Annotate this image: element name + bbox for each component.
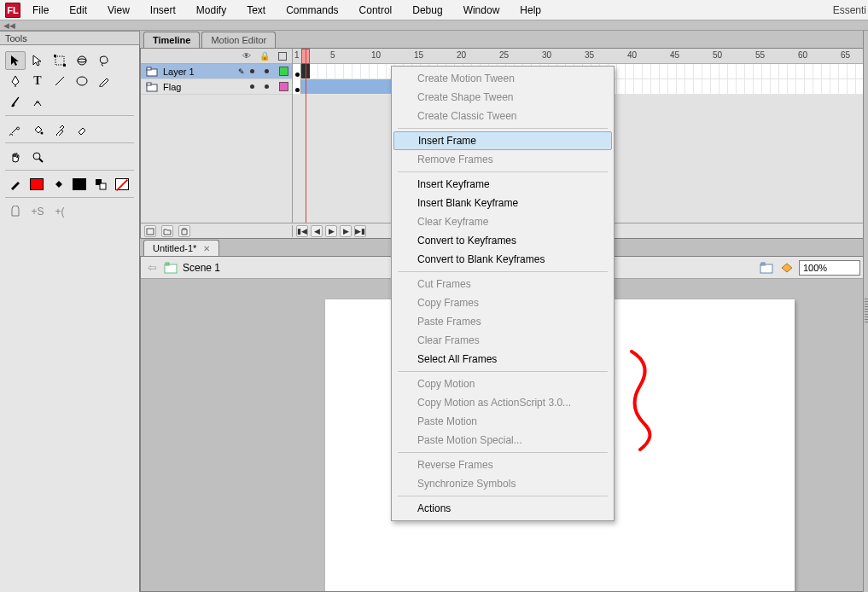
menu-file[interactable]: File <box>32 4 49 16</box>
layer-icon <box>146 82 158 92</box>
collapse-icon[interactable]: ◀◀ <box>3 21 15 30</box>
svg-rect-18 <box>166 263 169 265</box>
layer-visible-dot[interactable] <box>250 69 254 73</box>
menu-edit[interactable]: Edit <box>69 4 87 16</box>
scene-name[interactable]: Scene 1 <box>183 262 220 274</box>
frame-span[interactable] <box>293 79 395 94</box>
keyframe-1[interactable] <box>293 64 301 78</box>
menu-control[interactable]: Control <box>359 4 393 16</box>
right-splitter[interactable] <box>863 31 868 592</box>
tab-motion-editor[interactable]: Motion Editor <box>201 32 276 48</box>
workspace-switcher[interactable]: Essenti <box>833 4 866 16</box>
layer-name: Layer 1 <box>163 67 195 77</box>
first-frame-button[interactable]: ▮◀ <box>296 225 308 237</box>
last-frame-button[interactable]: ▶▮ <box>354 225 366 237</box>
ctx-item-create-shape-tween: Create Shape Tween <box>392 88 614 107</box>
stroke-color-swatch[interactable] <box>5 175 25 194</box>
no-color-icon[interactable] <box>113 175 132 194</box>
free-transform-tool[interactable] <box>50 51 70 70</box>
document-tab[interactable]: Untitled-1* ✕ <box>143 240 219 256</box>
frames-ruler[interactable]: 1 5 10 15 20 25 30 35 40 45 50 55 60 65 <box>293 49 867 64</box>
menu-debug[interactable]: Debug <box>412 4 442 16</box>
fill-color-value[interactable] <box>70 175 90 194</box>
tools-panel-header[interactable]: Tools <box>0 31 140 45</box>
3d-rotation-tool[interactable] <box>72 51 92 70</box>
lasso-tool[interactable] <box>94 51 114 70</box>
edit-symbols-icon[interactable] <box>780 262 794 274</box>
edit-scene-icon[interactable] <box>760 262 773 274</box>
menu-insert[interactable]: Insert <box>150 4 176 16</box>
subselection-tool[interactable] <box>27 51 48 70</box>
ctx-item-select-all-frames[interactable]: Select All Frames <box>392 350 614 369</box>
layer-lock-dot[interactable] <box>265 69 269 73</box>
straighten-icon[interactable]: +( <box>50 202 70 221</box>
ctx-item-insert-frame[interactable]: Insert Frame <box>393 131 612 150</box>
ctx-item-paste-frames: Paste Frames <box>392 312 614 331</box>
menubar: FL File Edit View Insert Modify Text Com… <box>0 0 868 20</box>
menu-text[interactable]: Text <box>247 4 265 16</box>
prev-frame-button[interactable]: ◀ <box>311 225 323 237</box>
next-frame-button[interactable]: ▶ <box>340 225 352 237</box>
ctx-item-convert-to-keyframes[interactable]: Convert to Keyframes <box>392 231 614 250</box>
delete-layer-button[interactable] <box>178 225 190 237</box>
svg-rect-13 <box>147 67 151 70</box>
layer-lock-dot[interactable] <box>265 84 269 89</box>
eraser-tool[interactable] <box>72 120 92 139</box>
back-arrow-icon[interactable]: ⇦ <box>148 261 157 274</box>
deco-tool[interactable] <box>27 92 48 111</box>
svg-point-7 <box>41 131 44 134</box>
ctx-item-clear-frames: Clear Frames <box>392 331 614 350</box>
selection-tool[interactable] <box>5 51 26 70</box>
new-layer-button[interactable] <box>144 225 156 237</box>
ctx-item-insert-blank-keyframe[interactable]: Insert Blank Keyframe <box>392 194 614 212</box>
zoom-field[interactable]: 100% <box>799 260 860 276</box>
eyedropper-tool[interactable] <box>50 120 70 139</box>
snap-to-objects-icon[interactable] <box>5 202 26 221</box>
zoom-tool[interactable] <box>27 148 48 166</box>
close-tab-icon[interactable]: ✕ <box>203 244 210 253</box>
stroke-color-value[interactable] <box>26 175 46 194</box>
text-tool[interactable]: T <box>27 72 48 90</box>
new-folder-button[interactable] <box>161 225 173 237</box>
svg-point-6 <box>77 77 87 85</box>
scene-icon <box>164 262 178 274</box>
ctx-item-create-classic-tween: Create Classic Tween <box>392 107 614 125</box>
layer-outline-box[interactable] <box>279 82 288 91</box>
brush-tool[interactable] <box>5 92 26 111</box>
pencil-tool[interactable] <box>94 72 114 90</box>
svg-line-5 <box>55 77 64 85</box>
ctx-item-clear-keyframe: Clear Keyframe <box>392 212 614 231</box>
ctx-item-paste-motion: Paste Motion <box>392 412 614 431</box>
outline-icon[interactable] <box>278 52 287 61</box>
layers-column: 👁 🔒 Layer 1 ✎ F <box>141 49 293 223</box>
layer-visible-dot[interactable] <box>250 84 254 89</box>
play-button[interactable]: ▶ <box>325 225 337 237</box>
pen-tool[interactable] <box>5 72 26 90</box>
black-white-swap[interactable] <box>91 175 111 194</box>
hand-tool[interactable] <box>5 148 26 166</box>
line-tool[interactable] <box>50 72 70 90</box>
rectangle-tool[interactable] <box>72 72 92 90</box>
menu-modify[interactable]: Modify <box>196 4 226 16</box>
layer-outline-box[interactable] <box>279 67 288 76</box>
layer-row-flag[interactable]: Flag <box>141 79 292 95</box>
ctx-item-actions[interactable]: Actions <box>392 499 614 518</box>
menu-commands[interactable]: Commands <box>286 4 338 16</box>
menu-help[interactable]: Help <box>520 4 541 16</box>
keyframe-1[interactable] <box>293 79 301 94</box>
layer-active-pencil-icon: ✎ <box>238 67 245 76</box>
lock-icon[interactable]: 🔒 <box>259 51 270 61</box>
tab-timeline[interactable]: Timeline <box>143 32 200 48</box>
fill-color-swatch[interactable] <box>48 175 67 194</box>
ctx-item-convert-to-blank-keyframes[interactable]: Convert to Blank Keyframes <box>392 250 614 269</box>
ctx-item-insert-keyframe[interactable]: Insert Keyframe <box>392 175 614 194</box>
layer-row-layer1[interactable]: Layer 1 ✎ <box>141 64 292 79</box>
eye-icon[interactable]: 👁 <box>242 51 251 61</box>
layer-header: 👁 🔒 <box>141 49 292 64</box>
paint-bucket-tool[interactable] <box>27 120 48 139</box>
svg-rect-0 <box>55 56 64 65</box>
bone-tool[interactable] <box>5 120 26 139</box>
smooth-icon[interactable]: +S <box>27 202 48 221</box>
menu-window[interactable]: Window <box>463 4 500 16</box>
menu-view[interactable]: View <box>108 4 130 16</box>
